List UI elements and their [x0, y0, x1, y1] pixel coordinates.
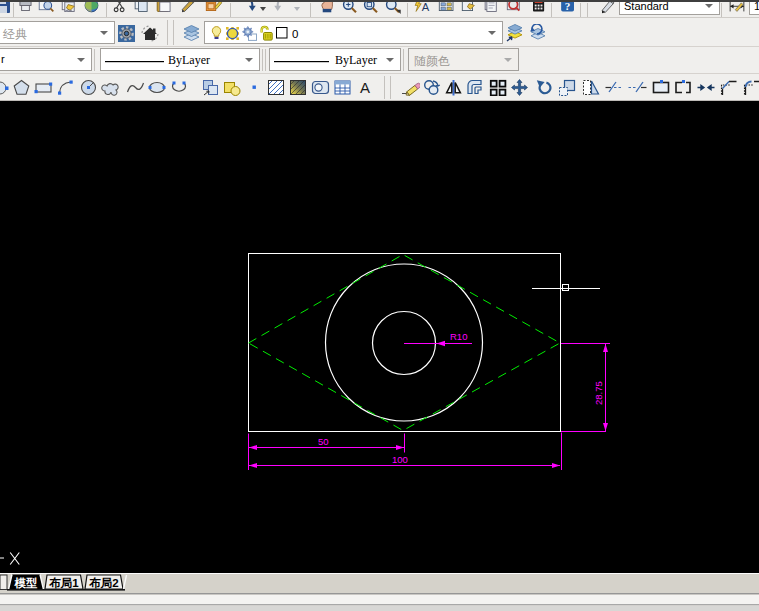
- svg-text:100: 100: [392, 454, 408, 465]
- svg-text:R10: R10: [450, 331, 467, 342]
- svg-text:布局1: 布局1: [48, 577, 79, 589]
- svg-text:A: A: [422, 2, 430, 13]
- svg-text:28.75: 28.75: [593, 381, 604, 405]
- svg-text:A: A: [360, 79, 370, 96]
- svg-text:模型: 模型: [14, 577, 39, 589]
- svg-text:布局2: 布局2: [88, 577, 118, 589]
- svg-text:50: 50: [318, 436, 329, 447]
- svg-text:?: ?: [565, 2, 571, 12]
